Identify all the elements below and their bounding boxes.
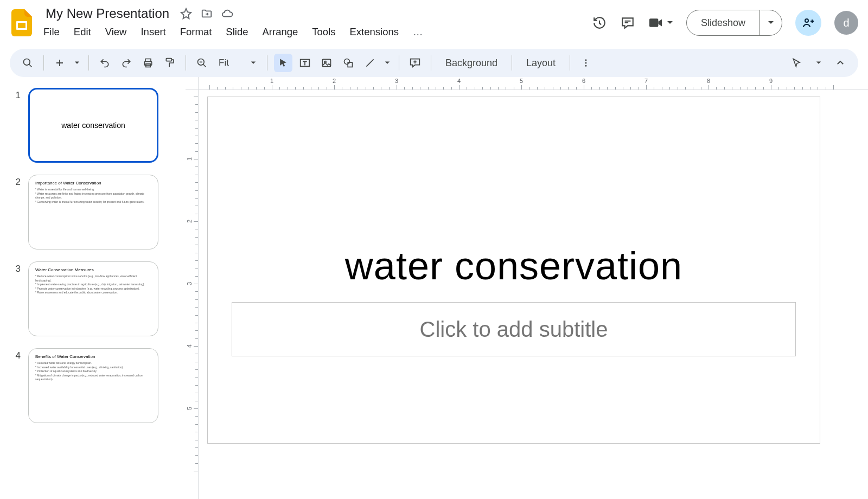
svg-rect-1 [18,23,25,28]
thumbnail-bullet: * Conserving water is crucial for ensuri… [35,200,151,204]
thumbnail-bullet: * Water is essential for life and human … [35,188,151,192]
thumbnail-bullet: * Reduce water consumption in households… [35,274,151,283]
menu-edit[interactable]: Edit [74,26,91,38]
thumbnail-row: 2 Importance of Water Conservation * Wat… [12,175,162,250]
thumbnail-number: 4 [12,348,21,361]
title-area: My New Presentation File Edit View Inser… [43,4,423,38]
menu-insert[interactable]: Insert [141,26,165,38]
svg-rect-7 [166,59,171,61]
menu-file[interactable]: File [43,26,60,38]
document-title[interactable]: My New Presentation [43,5,171,22]
layout-button[interactable]: Layout [519,57,563,69]
menu-view[interactable]: View [105,26,127,38]
svg-point-15 [585,62,587,64]
slideshow-button[interactable]: Slideshow [687,10,760,35]
thumbnail-heading: Water Conservation Measures [35,267,151,272]
svg-point-12 [344,59,349,65]
zoom-dropdown[interactable]: Fit [214,57,260,68]
cursor-mode-dropdown-icon[interactable] [814,54,824,72]
select-tool-icon[interactable] [274,54,292,72]
thumbnail-bullet: * Mitigation of climate change impacts (… [35,374,151,382]
zoom-out-icon[interactable] [193,54,211,72]
share-button[interactable] [795,10,821,36]
thumbnail-heading: Benefits of Water Conservation [35,354,151,359]
thumbnail-slide-1[interactable]: water conservation [28,88,158,163]
print-icon[interactable] [139,54,157,72]
header: My New Presentation File Edit View Inser… [0,0,868,47]
menu-format[interactable]: Format [180,26,212,38]
present-camera-icon[interactable] [648,15,663,30]
ruler-horizontal[interactable]: 123456789 [199,77,868,90]
thumbnail-row: 3 Water Conservation Measures * Reduce w… [12,261,162,336]
cursor-mode-icon[interactable] [788,54,806,72]
ruler-vertical[interactable]: 12345 [186,90,199,499]
thumbnail-bullet: * Protection of aquatic ecosystems and b… [35,369,151,374]
slide-subtitle-placeholder: Click to add subtitle [420,317,608,342]
svg-point-16 [585,65,587,67]
slideshow-pill: Slideshow [686,10,782,36]
history-icon[interactable] [592,15,607,30]
svg-point-4 [24,59,30,66]
svg-rect-10 [322,59,330,66]
background-button[interactable]: Background [438,57,505,69]
cloud-saved-icon[interactable] [221,8,233,20]
toolbar: Fit Background Layout [10,49,858,77]
workspace: 1 water conservation 2 Importance of Wat… [0,77,868,499]
thumbnail-number: 2 [12,175,21,188]
svg-rect-2 [649,18,659,27]
ruler-corner [186,77,199,90]
thumbnail-heading: Importance of Water Conservation [35,181,151,185]
star-icon[interactable] [180,8,192,20]
menu-slide[interactable]: Slide [226,26,248,38]
paint-format-icon[interactable] [161,54,179,72]
new-slide-icon[interactable] [50,54,69,72]
account-avatar[interactable]: d [834,11,858,35]
undo-icon[interactable] [95,54,114,72]
slideshow-dropdown[interactable] [760,10,782,35]
svg-point-14 [585,59,587,61]
comment-icon[interactable] [620,15,635,30]
thumbnail-bullet: * Promote water conservation in industri… [35,287,151,291]
line-dropdown-icon[interactable] [382,54,392,72]
filmstrip[interactable]: 1 water conservation 2 Importance of Wat… [0,77,173,499]
more-options-icon[interactable] [577,54,595,72]
chevron-down-icon[interactable] [667,20,673,26]
move-folder-icon[interactable] [201,8,213,20]
zoom-value: Fit [219,57,229,68]
thumbnail-number: 1 [12,88,21,101]
new-slide-dropdown-icon[interactable] [72,54,82,72]
menu-extensions[interactable]: Extensions [350,26,399,38]
thumbnail-row: 1 water conservation [12,88,162,163]
add-comment-icon[interactable] [406,54,424,72]
thumbnail-number: 3 [12,261,21,274]
slide-title-text[interactable]: water conservation [208,244,820,288]
thumbnail-row: 4 Benefits of Water Conservation * Reduc… [12,348,162,423]
search-menu-icon[interactable] [18,54,37,72]
menu-bar: File Edit View Insert Format Slide Arran… [43,23,423,38]
thumbnail-slide-2[interactable]: Importance of Water Conservation * Water… [28,175,158,250]
thumbnail-bullet: * Reduced water bills and energy consump… [35,361,151,366]
thumbnail-slide-3[interactable]: Water Conservation Measures * Reduce wat… [28,261,158,336]
svg-rect-13 [348,62,352,67]
canvas-area: 123456789 12345 water conservation Click… [173,77,868,499]
slide-canvas[interactable]: water conservation Click to add subtitle [207,97,820,444]
thumbnail-bullet: * Water resources are finite and facing … [35,192,151,200]
shape-icon[interactable] [339,54,358,72]
redo-icon[interactable] [117,54,136,72]
menu-arrange[interactable]: Arrange [262,26,298,38]
slide-subtitle-box[interactable]: Click to add subtitle [232,302,796,356]
thumbnail-bullet: * Raise awareness and educate the public… [35,291,151,295]
thumbnail-title: water conservation [61,121,125,130]
svg-point-3 [805,19,808,22]
image-icon[interactable] [317,54,336,72]
textbox-icon[interactable] [296,54,314,72]
line-icon[interactable] [361,54,379,72]
menu-overflow[interactable]: … [413,26,423,38]
thumbnail-bullet: * Increased water availability for essen… [35,366,151,370]
thumbnail-bullet: * Implement water-saving practices in ag… [35,283,151,287]
slides-logo[interactable] [10,7,34,39]
hide-menus-icon[interactable] [831,54,850,72]
menu-tools[interactable]: Tools [312,26,335,38]
header-actions: Slideshow d [592,4,858,36]
thumbnail-slide-4[interactable]: Benefits of Water Conservation * Reduced… [28,348,158,423]
